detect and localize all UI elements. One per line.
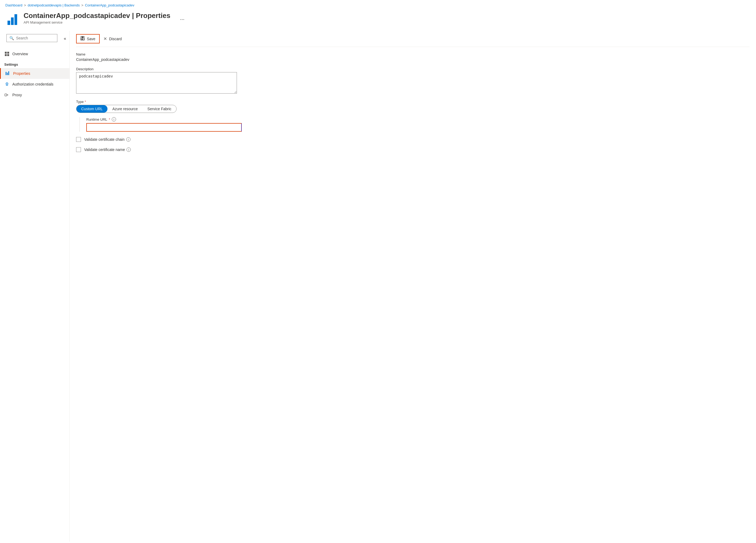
save-icon <box>80 36 85 41</box>
validate-cert-chain-info-icon[interactable]: i <box>126 137 131 141</box>
sidebar-item-properties[interactable]: Properties <box>0 68 69 79</box>
discard-label: Discard <box>109 37 122 41</box>
type-field: Type * Custom URL Azure resource Service… <box>76 100 317 132</box>
breadcrumb-current[interactable]: ContainerApp_podcastapicadev <box>85 3 134 7</box>
svg-rect-2 <box>5 54 7 56</box>
page-header: ContainerApp_podcastapicadev | Propertie… <box>0 9 756 31</box>
discard-button[interactable]: ✕ Discard <box>100 35 125 43</box>
main-layout: 🔍 « Overview Settings <box>0 31 756 542</box>
type-option-service-fabric[interactable]: Service Fabric <box>143 105 176 113</box>
page-subtitle: API Management service <box>24 20 170 24</box>
svg-rect-6 <box>8 71 9 75</box>
logo-bar-2 <box>11 17 14 25</box>
runtime-url-section: Runtime URL * i https://50tt58xr-7223.us… <box>86 117 317 132</box>
discard-icon: ✕ <box>103 36 107 41</box>
type-option-custom-url[interactable]: Custom URL <box>76 105 107 113</box>
search-row: 🔍 « <box>0 31 69 46</box>
svg-rect-0 <box>5 52 7 54</box>
type-selector: Custom URL Azure resource Service Fabric <box>76 105 177 113</box>
save-button[interactable]: Save <box>76 34 100 43</box>
sidebar-item-proxy-label: Proxy <box>12 93 22 97</box>
name-label: Name <box>76 52 317 56</box>
page-title: ContainerApp_podcastapicadev | Propertie… <box>24 12 170 20</box>
sidebar-item-auth-label: Authorization credentials <box>12 82 53 86</box>
sidebar: 🔍 « Overview Settings <box>0 31 70 542</box>
search-icon: 🔍 <box>9 36 14 40</box>
validate-cert-name-label: Validate certificate name i <box>84 147 131 152</box>
search-input[interactable] <box>16 36 54 40</box>
sidebar-item-overview[interactable]: Overview <box>0 49 69 59</box>
svg-rect-13 <box>82 39 83 40</box>
type-option-azure-resource[interactable]: Azure resource <box>107 105 143 113</box>
overview-icon <box>4 51 10 57</box>
sidebar-item-auth[interactable]: Authorization credentials <box>0 79 69 90</box>
description-input[interactable]: podcastapicadev <box>76 72 237 94</box>
validate-cert-name-info-icon[interactable]: i <box>126 147 131 152</box>
form-section: Name ContainerApp_podcastapicadev Descri… <box>76 52 317 152</box>
toolbar: Save ✕ Discard <box>76 31 750 47</box>
name-field: Name ContainerApp_podcastapicadev <box>76 52 317 62</box>
logo-bar-1 <box>8 21 10 25</box>
svg-point-8 <box>7 83 8 84</box>
sidebar-item-proxy[interactable]: Proxy <box>0 90 69 100</box>
svg-rect-3 <box>7 54 9 56</box>
svg-rect-11 <box>81 36 84 38</box>
runtime-url-info-icon[interactable]: i <box>112 117 116 121</box>
svg-rect-5 <box>7 73 8 75</box>
more-options-button[interactable]: ··· <box>178 15 187 23</box>
validate-cert-chain-label: Validate certificate chain i <box>84 137 131 141</box>
collapse-sidebar-button[interactable]: « <box>62 35 68 43</box>
properties-icon <box>5 71 10 76</box>
auth-icon <box>4 81 10 87</box>
service-icon <box>5 13 19 27</box>
breadcrumb-sep-2: > <box>81 3 83 7</box>
breadcrumb-sep-1: > <box>24 3 26 7</box>
validate-cert-name-row: Validate certificate name i <box>76 147 317 152</box>
svg-rect-9 <box>5 94 7 96</box>
settings-section-title: Settings <box>0 59 69 68</box>
breadcrumb-backends[interactable]: dotnetpodcastdevapis | Backends <box>28 3 80 7</box>
sidebar-item-properties-label: Properties <box>13 71 30 76</box>
runtime-url-input[interactable]: https://50tt58xr-7223.usw2.devtunnels.ms <box>86 123 242 132</box>
logo-bar-3 <box>14 14 17 25</box>
validate-cert-chain-row: Validate certificate chain i <box>76 137 317 142</box>
breadcrumb-dashboard[interactable]: Dashboard <box>5 3 23 7</box>
sidebar-item-overview-label: Overview <box>12 52 28 56</box>
save-label: Save <box>87 37 95 41</box>
runtime-url-label: Runtime URL * i <box>86 117 317 121</box>
validate-cert-name-checkbox[interactable] <box>76 147 81 152</box>
type-label: Type * <box>76 100 317 104</box>
validate-cert-chain-checkbox[interactable] <box>76 137 81 142</box>
description-field: Description podcastapicadev <box>76 67 317 94</box>
search-box[interactable]: 🔍 <box>6 34 57 42</box>
main-content: Save ✕ Discard Name ContainerApp_podcast… <box>70 31 756 542</box>
description-label: Description <box>76 67 317 71</box>
breadcrumb: Dashboard > dotnetpodcastdevapis | Backe… <box>0 0 756 9</box>
page-header-text: ContainerApp_podcastapicadev | Propertie… <box>24 12 170 24</box>
azure-logo <box>8 14 17 25</box>
svg-rect-4 <box>6 72 6 75</box>
svg-rect-1 <box>7 52 9 54</box>
proxy-icon <box>4 92 10 98</box>
name-value: ContainerApp_podcastapicadev <box>76 57 317 62</box>
